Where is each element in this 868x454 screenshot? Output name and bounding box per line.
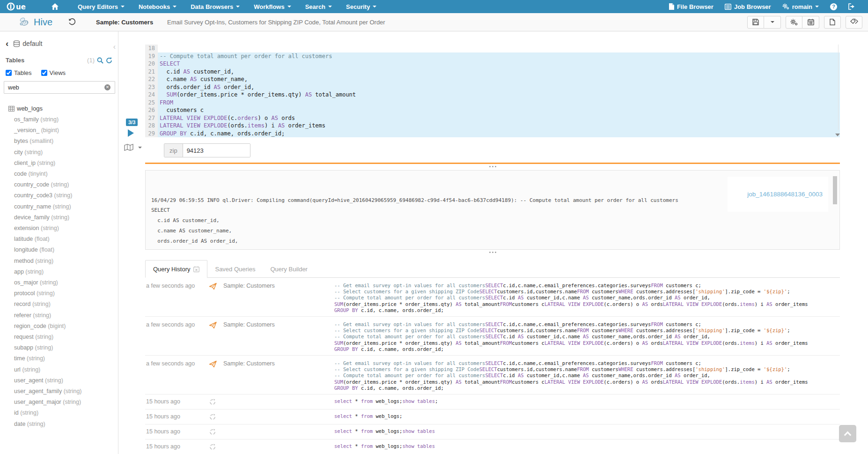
settings-button[interactable] <box>786 16 802 29</box>
history-row[interactable]: a few seconds agoSample: Customers-- Get… <box>145 278 840 317</box>
log-scrollbar[interactable] <box>833 176 837 204</box>
table-search-input[interactable] <box>4 81 115 94</box>
tab-query-builder[interactable]: Query Builder <box>263 260 315 278</box>
editor-line[interactable]: 25FROM <box>145 99 840 107</box>
column-item[interactable]: os_major (string) <box>14 277 118 288</box>
history-row[interactable]: a few seconds agoSample: Customers-- Get… <box>145 317 840 356</box>
line-number: 24 <box>145 91 158 99</box>
menu-workflows[interactable]: Workflows <box>247 0 298 13</box>
table-item-web-logs[interactable]: web_logs <box>8 105 118 112</box>
tables-checkbox[interactable] <box>6 70 12 76</box>
history-row[interactable]: 15 hours agoselect * from web_logs;show … <box>145 394 840 409</box>
menu-search[interactable]: Search <box>298 0 339 13</box>
variable-zip-input[interactable] <box>183 144 250 157</box>
column-item[interactable]: bytes (smallint) <box>14 136 118 147</box>
column-item[interactable]: user_agent_major (string) <box>14 397 118 408</box>
resize-handle-icon[interactable] <box>145 250 840 254</box>
history-row[interactable]: 15 hours agoselect * from web_logs;show … <box>145 439 840 454</box>
filter-tables-checkbox[interactable]: Tables <box>6 69 32 76</box>
resize-handle-icon[interactable] <box>145 164 840 169</box>
home-button[interactable] <box>39 0 71 13</box>
editor-line[interactable]: 26 customers c <box>145 106 840 114</box>
editor-line[interactable]: 22 c.name AS customer_name, <box>145 75 840 83</box>
history-sql-preview: select * from web_logs;show tables <box>334 428 840 435</box>
column-item[interactable]: client_ip (string) <box>14 158 118 169</box>
editor-line[interactable]: 27LATERAL VIEW EXPLODE(c.orders) o AS or… <box>145 114 840 122</box>
save-options-button[interactable] <box>764 16 781 29</box>
editor-scrollbar[interactable] <box>838 45 839 130</box>
new-document-button[interactable] <box>824 16 841 29</box>
column-item[interactable]: region_code (bigint) <box>14 321 118 332</box>
column-item[interactable]: _version_ (bigint) <box>14 125 118 136</box>
job-browser-button[interactable]: Job Browser <box>719 0 777 13</box>
column-item[interactable]: record (string) <box>14 299 118 310</box>
history-row[interactable]: 15 hours agoselect * from web_logs;show … <box>145 424 840 439</box>
calendar-x-icon[interactable] <box>193 266 199 272</box>
column-item[interactable]: referer (string) <box>14 310 118 321</box>
refresh-icon[interactable] <box>106 57 112 64</box>
help-button[interactable]: ? <box>824 0 843 13</box>
document-title[interactable]: Sample: Customers <box>96 19 153 26</box>
database-name[interactable]: default <box>22 40 42 47</box>
column-item[interactable]: os_family (string) <box>14 114 118 125</box>
file-browser-button[interactable]: File Browser <box>663 0 719 13</box>
editor-line[interactable]: 20SELECT <box>145 60 840 68</box>
column-item[interactable]: protocol (string) <box>14 288 118 299</box>
menu-notebooks[interactable]: Notebooks <box>132 0 184 13</box>
scroll-to-top-button[interactable] <box>839 425 856 442</box>
column-item[interactable]: app (string) <box>14 267 118 277</box>
clear-search-icon[interactable]: ✕ <box>104 84 110 90</box>
column-item[interactable]: id (string) <box>14 408 118 418</box>
column-item[interactable]: subapp (string) <box>14 342 118 353</box>
navigator-button[interactable] <box>124 144 142 151</box>
menu-query-editors[interactable]: Query Editors <box>71 0 132 13</box>
job-link[interactable]: job_1461888648136_0003 <box>747 191 823 198</box>
views-checkbox[interactable] <box>41 70 47 76</box>
logout-button[interactable] <box>843 0 861 13</box>
column-item[interactable]: url (string) <box>14 365 118 375</box>
column-item[interactable]: longitude (float) <box>14 245 118 255</box>
code-editor[interactable]: 1819-- Compute total amount per order fo… <box>145 45 840 137</box>
collapse-sidebar-icon[interactable]: ‹ <box>113 43 116 51</box>
column-item[interactable]: extension (string) <box>14 223 118 234</box>
save-button[interactable] <box>747 16 764 29</box>
history-row[interactable]: a few seconds agoSample: Customers-- Get… <box>145 356 840 394</box>
menu-data-browsers[interactable]: Data Browsers <box>184 0 247 13</box>
document-description[interactable]: Email Survey Opt-Ins, Customers for Ship… <box>167 19 385 26</box>
query-history-undo-icon[interactable] <box>68 18 76 26</box>
column-item[interactable]: city (string) <box>14 147 118 158</box>
back-chevron-icon[interactable]: ‹ <box>6 40 8 47</box>
search-icon[interactable] <box>97 57 103 64</box>
column-item[interactable]: code (tinyint) <box>14 169 118 179</box>
filter-views-checkbox[interactable]: Views <box>41 69 66 76</box>
column-item[interactable]: user_agent (string) <box>14 375 118 386</box>
column-item[interactable]: request (string) <box>14 332 118 342</box>
column-item[interactable]: date (string) <box>14 419 118 430</box>
editor-line[interactable]: 29GROUP BY c.id, c.name, ords.order_id; <box>145 130 840 138</box>
history-row[interactable]: 15 hours agoselect * from web_logs; <box>145 409 840 424</box>
hue-logo[interactable]: ue <box>0 2 39 11</box>
column-item[interactable]: latitude (float) <box>14 234 118 245</box>
menu-security[interactable]: Security <box>339 0 383 13</box>
hive-app[interactable]: Hive <box>19 16 52 28</box>
editor-line[interactable]: 18 <box>145 45 840 52</box>
user-menu[interactable]: romain <box>777 0 824 13</box>
execute-button[interactable] <box>128 129 134 137</box>
editor-line[interactable]: 19-- Compute total amount per order for … <box>145 52 840 60</box>
column-item[interactable]: method (string) <box>14 256 118 267</box>
column-item[interactable]: country_code (string) <box>14 179 118 190</box>
scroll-down-icon[interactable] <box>835 134 840 136</box>
tab-query-history[interactable]: Query History <box>145 260 207 278</box>
editor-line[interactable]: 28LATERAL VIEW EXPLODE(ords.items) i AS … <box>145 122 840 130</box>
column-item[interactable]: country_name (string) <box>14 201 118 212</box>
schedule-button[interactable] <box>802 16 819 29</box>
column-item[interactable]: country_code3 (string) <box>14 190 118 201</box>
editor-line[interactable]: 23 ords.order_id AS order_id, <box>145 83 840 91</box>
column-item[interactable]: time (string) <box>14 353 118 364</box>
column-item[interactable]: user_agent_family (string) <box>14 386 118 397</box>
editor-line[interactable]: 24 SUM(order_items.price * order_items.q… <box>145 91 840 99</box>
tags-button[interactable] <box>846 16 862 29</box>
editor-line[interactable]: 21 c.id AS customer_id, <box>145 68 840 76</box>
tab-saved-queries[interactable]: Saved Queries <box>207 260 263 278</box>
column-item[interactable]: device_family (string) <box>14 212 118 223</box>
